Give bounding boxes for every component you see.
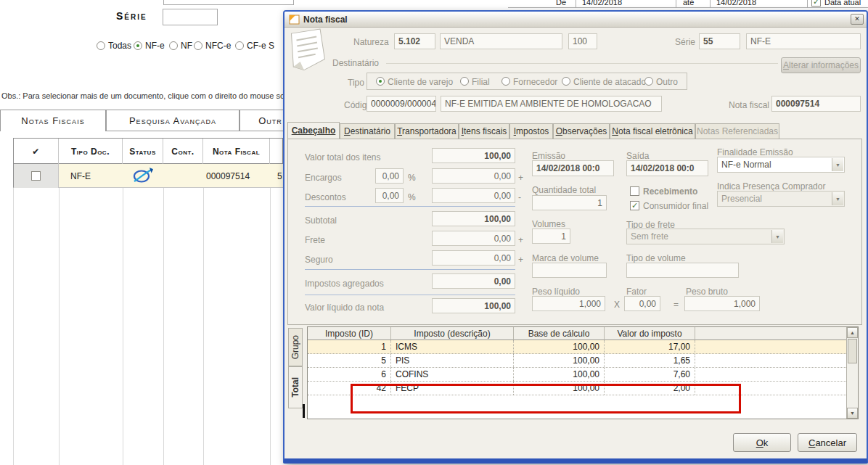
nota-fiscal-numero-input[interactable]: 000097514 [771, 96, 861, 112]
date-ate-input[interactable]: 14/02/2018 [716, 0, 756, 7]
fator-field[interactable]: 0,00 [624, 296, 660, 311]
seguro-plus-sign: + [518, 255, 523, 265]
radio-fornecedor-label: Fornecedor [513, 77, 557, 87]
marca-volume-field[interactable] [532, 263, 607, 278]
tab-transportadora[interactable]: Transportadora [395, 123, 459, 139]
serie-filter-input[interactable] [163, 9, 218, 25]
side-tab-total[interactable]: Total [288, 366, 303, 408]
separator-1 [305, 206, 515, 207]
col-base-calculo[interactable]: Base de cálculo [514, 327, 605, 340]
close-icon[interactable]: ✕ [851, 14, 864, 25]
row-tipo-doc: NF-E [70, 171, 91, 181]
date-ate-label: até [683, 0, 694, 7]
subtotal-field[interactable]: 100,00 [432, 211, 515, 226]
finalidade-emissao-select[interactable]: NF-e Normal ▼ [717, 157, 845, 173]
alterar-informacoes-button[interactable]: Alterar informações [781, 57, 861, 73]
col-imposto-descricao[interactable]: Imposto (descrição) [391, 327, 514, 340]
encargos-plus-sign: + [518, 173, 523, 183]
valor-liquido-field[interactable]: 100,00 [432, 298, 515, 313]
encargos-field[interactable]: 0,00 [432, 168, 515, 184]
table-row-pis[interactable]: 5 PIS 100,00 1,65 [308, 354, 846, 368]
radio-outro[interactable] [644, 77, 653, 86]
tab-cabecalho[interactable]: Cabeçalho [287, 122, 340, 139]
scrollbar-thumb[interactable] [848, 339, 857, 363]
destinatario-group-label: Destinatário [332, 58, 379, 68]
separator-2 [305, 269, 515, 270]
finalidade-dropdown-icon: ▼ [832, 158, 843, 171]
seguro-field[interactable]: 0,00 [432, 250, 515, 266]
natureza-numero-input[interactable]: 100 [568, 33, 597, 49]
radio-filial-label: Filial [472, 77, 490, 87]
tab-pesquisa-avancada[interactable]: Pesquisa Avançada [106, 110, 239, 131]
frete-plus-sign: + [518, 235, 523, 245]
encargos-pct-field[interactable]: 0,00 [375, 168, 404, 184]
table-row-icms[interactable]: 1 ICMS 100,00 17,00 [308, 340, 846, 354]
radio-fornecedor[interactable] [501, 77, 510, 86]
saida-label: Saída [626, 151, 649, 161]
date-de-input[interactable]: 14/02/2018 [582, 0, 622, 7]
presenca-comprador-select[interactable]: Presencial ▼ [717, 191, 845, 207]
tab-nota-fiscal-eletronica[interactable]: Nota fiscal eletrônica [610, 123, 695, 139]
destinatario-nome-input[interactable]: NF-E EMITIDA EM AMBIENTE DE HOMOLOGACAO [441, 96, 662, 112]
natureza-codigo-input[interactable]: 5.102 [394, 33, 435, 49]
quantidade-field[interactable]: 1 [532, 195, 607, 210]
peso-liquido-label: Peso líquido [532, 287, 580, 297]
radio-nfe[interactable] [134, 41, 142, 50]
paper-note-icon [286, 28, 328, 75]
radio-nfce-label: NFC-e [205, 41, 231, 51]
radio-cliente-atacado[interactable] [562, 77, 570, 86]
descontos-pct-sign: % [408, 192, 416, 202]
data-atual-checkbox[interactable]: ✓ [811, 0, 821, 7]
tab-notas-fiscais[interactable]: Notas Fiscais [0, 110, 106, 131]
tab-itens-fiscais[interactable]: Itens fiscais [459, 123, 509, 139]
table-scrollbar[interactable]: ▲ ▼ [846, 327, 858, 419]
tab-destinatario[interactable]: Destinatário [340, 123, 395, 139]
col-imposto-id[interactable]: Imposto (ID) [308, 327, 391, 340]
impostos-agregados-field[interactable]: 0,00 [432, 273, 515, 289]
tab-impostos[interactable]: Impostos [509, 123, 553, 139]
cancelar-button[interactable]: Cancelar [798, 433, 857, 452]
radio-nfce[interactable] [194, 41, 202, 50]
peso-liquido-field[interactable]: 1,000 [532, 296, 605, 311]
radio-nf[interactable] [169, 41, 178, 50]
ok-button[interactable]: Ok [733, 433, 791, 452]
serie-valor-input[interactable]: 55 [699, 33, 740, 49]
codigo-input[interactable]: 0000009/000004 [367, 96, 436, 112]
tab-observacoes[interactable]: Observações [553, 123, 610, 139]
descontos-minus-sign: - [518, 192, 521, 202]
scroll-down-icon[interactable]: ▼ [847, 408, 858, 419]
status-signature-icon [133, 167, 155, 186]
row-select-checkbox[interactable] [31, 171, 41, 181]
data-atual-label: Data atual [824, 0, 861, 7]
scroll-up-icon[interactable]: ▲ [847, 327, 858, 338]
grid-row[interactable]: NF-E 000097514 5 [13, 164, 283, 188]
presenca-comprador-label: Indica Presença Comprador [717, 181, 825, 192]
side-tab-grupo[interactable]: Grupo [288, 328, 303, 366]
marca-volume-label: Marca de volume [532, 253, 599, 263]
truncated-top-input[interactable] [163, 0, 294, 5]
emissao-field[interactable]: 14/02/2018 00:0 [532, 160, 614, 176]
tipo-volume-field[interactable] [626, 263, 739, 278]
radio-todas[interactable] [97, 41, 105, 50]
volumes-field[interactable]: 1 [532, 229, 570, 244]
descontos-field[interactable]: 0,00 [432, 188, 515, 203]
radio-cliente-varejo[interactable] [376, 77, 385, 86]
frete-field[interactable]: 0,00 [432, 231, 515, 246]
saida-field[interactable]: 14/02/2018 00:0 [626, 160, 708, 176]
serie-tipo-input[interactable]: NF-E [746, 33, 861, 49]
recebimento-checkbox[interactable] [630, 186, 639, 196]
grid-header: ✔ Tipo Doc. Status Cont. Nota Fiscal [13, 138, 283, 164]
radio-cfe[interactable] [235, 41, 244, 50]
radio-filial[interactable] [460, 77, 469, 86]
grid-header-check: ✔ [14, 139, 59, 164]
grid-header-status: Status [123, 139, 163, 164]
peso-bruto-field[interactable]: 1,000 [684, 296, 760, 311]
col-valor-imposto[interactable]: Valor do imposto [605, 327, 695, 340]
consumidor-final-checkbox[interactable]: ✓ [630, 201, 639, 210]
valor-total-field[interactable]: 100,00 [432, 148, 515, 163]
tipo-frete-select[interactable]: Sem frete ▼ [626, 229, 785, 244]
descontos-pct-field[interactable]: 0,00 [375, 188, 404, 203]
table-row-cofins[interactable]: 6 COFINS 100,00 7,60 [308, 368, 846, 382]
natureza-descricao-input[interactable]: VENDA [440, 33, 562, 49]
side-tab-active-indicator [303, 404, 305, 418]
